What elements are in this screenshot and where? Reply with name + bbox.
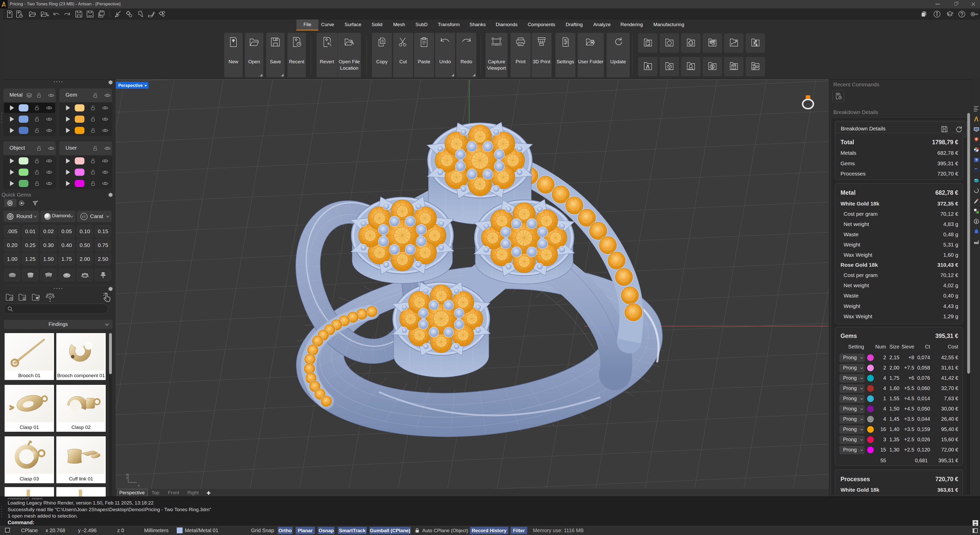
svg-text:$: $ <box>711 65 714 69</box>
svg-text:?: ? <box>975 158 977 162</box>
svg-text:CT: CT <box>82 215 86 218</box>
svg-text:y: y <box>126 472 128 476</box>
svg-text:x: x <box>138 484 140 487</box>
svg-text:$: $ <box>975 220 977 224</box>
svg-text:z: z <box>126 476 128 480</box>
